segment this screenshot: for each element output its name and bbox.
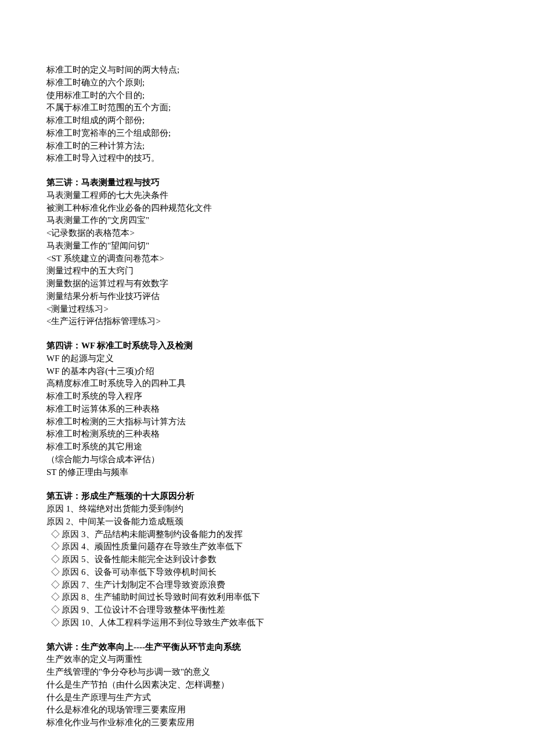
body-line: 马表测量工作的"望闻问切" xyxy=(46,240,488,253)
body-line: ◇ 原因 9、工位设计不合理导致整体平衡性差 xyxy=(46,604,488,617)
body-line: 标准工时系统的导入程序 xyxy=(46,390,488,403)
body-line: 生产线管理的"争分夺秒与步调一致"的意义 xyxy=(46,666,488,679)
body-line: ◇ 原因 7、生产计划制定不合理导致资原浪费 xyxy=(46,579,488,592)
section-2: 第三讲：马表测量过程与技巧 马表测量工程师的七大先决条件 被测工种标准化作业必备… xyxy=(46,177,488,328)
body-line: 高精度标准工时系统导入的四种工具 xyxy=(46,377,488,390)
body-line: 不属于标准工时范围的五个方面; xyxy=(46,102,488,114)
section-3: 第四讲：WF 标准工时系统导入及检测 WF 的起源与定义 WF 的基本内容(十三… xyxy=(46,340,488,478)
body-line: ◇ 原因 10、人体工程科学运用不到位导致生产效率低下 xyxy=(46,617,488,629)
body-line: 使用标准工时的六个目的; xyxy=(46,89,488,102)
section-heading: 第四讲：WF 标准工时系统导入及检测 xyxy=(46,340,488,352)
body-line: 标准化作业与作业标准化的三要素应用 xyxy=(46,717,488,729)
body-line: 什么是标准化的现场管理三要素应用 xyxy=(46,704,488,717)
body-line: 什么是生产节拍（由什么因素决定、怎样调整） xyxy=(46,679,488,692)
body-line: 标准工时的定义与时间的两大特点; xyxy=(46,64,488,77)
body-line: 标准工时导入过程中的技巧。 xyxy=(46,152,488,165)
body-line: ◇ 原因 4、顽固性质量问题存在导致生产效率低下 xyxy=(46,541,488,553)
body-line: 原因 2、中间某一设备能力造成瓶颈 xyxy=(46,516,488,528)
section-5: 第六讲：生产效率向上----生产平衡从环节走向系统 生产效率的定义与两重性 生产… xyxy=(46,641,488,729)
body-line: （综合能力与综合成本评估） xyxy=(46,453,488,466)
body-line: ST 的修正理由与频率 xyxy=(46,466,488,479)
body-line: 标准工时运算体系的三种表格 xyxy=(46,403,488,416)
body-line: 测量结果分析与作业技巧评估 xyxy=(46,290,488,303)
body-line: 标准工时检测的三大指标与计算方法 xyxy=(46,416,488,429)
body-line: 标准工时确立的六个原则; xyxy=(46,77,488,89)
section-1: 标准工时的定义与时间的两大特点; 标准工时确立的六个原则; 使用标准工时的六个目… xyxy=(46,64,488,165)
body-line: WF 的起源与定义 xyxy=(46,352,488,365)
body-line: 生产效率的定义与两重性 xyxy=(46,653,488,666)
body-line: 标准工时检测系统的三种表格 xyxy=(46,428,488,441)
body-line: 标准工时宽裕率的三个组成部份; xyxy=(46,127,488,140)
body-line: 标准工时系统的其它用途 xyxy=(46,441,488,453)
body-line: 标准工时组成的两个部份; xyxy=(46,114,488,127)
body-line: ◇ 原因 3、产品结构未能调整制约设备能力的发挥 xyxy=(46,528,488,541)
body-line: 标准工时的三种计算方法; xyxy=(46,140,488,153)
body-line: 被测工种标准化作业必备的四种规范化文件 xyxy=(46,202,488,215)
body-line: 什么是生产原理与生产方式 xyxy=(46,692,488,704)
body-line: 原因 1、终端绝对出货能力受到制约 xyxy=(46,503,488,516)
section-heading: 第三讲：马表测量过程与技巧 xyxy=(46,177,488,189)
body-line: <记录数据的表格范本> xyxy=(46,227,488,240)
body-line: <测量过程练习> xyxy=(46,303,488,316)
body-line: WF 的基本内容(十三项)介绍 xyxy=(46,365,488,378)
body-line: ◇ 原因 6、设备可动率低下导致停机时间长 xyxy=(46,566,488,579)
body-line: 马表测量工程师的七大先决条件 xyxy=(46,189,488,202)
body-line: 马表测量工作的"文房四宝" xyxy=(46,214,488,227)
body-line: <生产运行评估指标管理练习> xyxy=(46,315,488,328)
body-line: <ST 系统建立的调查问卷范本> xyxy=(46,253,488,265)
body-line: ◇ 原因 5、设备性能未能完全达到设计参数 xyxy=(46,553,488,566)
body-line: 测量数据的运算过程与有效数字 xyxy=(46,278,488,290)
section-4: 第五讲：形成生产瓶颈的十大原因分析 原因 1、终端绝对出货能力受到制约 原因 2… xyxy=(46,490,488,629)
body-line: 测量过程中的五大窍门 xyxy=(46,265,488,278)
body-line: ◇ 原因 8、生产辅助时间过长导致时间有效利用率低下 xyxy=(46,591,488,604)
section-heading: 第五讲：形成生产瓶颈的十大原因分析 xyxy=(46,490,488,503)
section-heading: 第六讲：生产效率向上----生产平衡从环节走向系统 xyxy=(46,641,488,654)
